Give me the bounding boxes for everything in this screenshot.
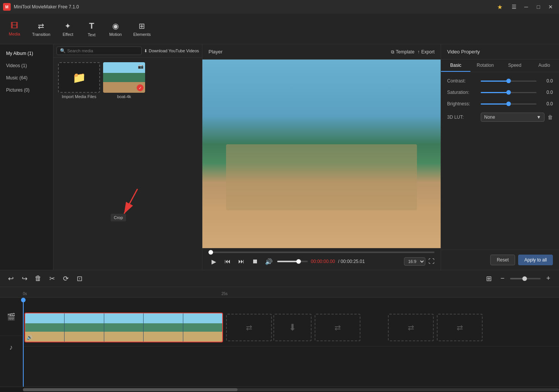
main-area: My Album (1) Videos (1) Music (64) Pictu… [0, 44, 559, 270]
export-btn[interactable]: ↑ Export [417, 49, 435, 55]
tab-basic[interactable]: Basic [441, 60, 470, 72]
zoom-thumb [522, 276, 527, 281]
video-frame [202, 60, 441, 248]
clip-frame-3 [104, 313, 143, 342]
brightness-slider[interactable] [481, 103, 536, 105]
maximize-btn[interactable]: □ [533, 3, 544, 11]
effect-icon: ✦ [65, 21, 71, 31]
swap-icon-4: ⇄ [457, 323, 463, 332]
search-input[interactable] [67, 48, 138, 53]
swap-icon-1: ⇄ [246, 323, 252, 332]
download-youtube-btn[interactable]: ⬇ Download YouTube Videos [144, 48, 199, 53]
time-total: / 00:00:25.01 [338, 259, 365, 264]
close-btn[interactable]: ✕ [545, 3, 556, 11]
saturation-fill [481, 92, 509, 93]
split-btn[interactable]: ✂ [46, 273, 58, 285]
redo-btn[interactable]: ↪ [18, 273, 31, 285]
player-title: Player [208, 49, 223, 55]
import-media-item[interactable]: 📁 Import Media Files [58, 62, 100, 99]
toolbar-text[interactable]: T Text [80, 19, 103, 39]
aspect-ratio-select[interactable]: 16:9 4:3 1:1 9:16 [404, 257, 425, 266]
timeline-zoom-controls: ⊞ − + [483, 273, 554, 285]
crop-btn[interactable]: ⊡ [73, 273, 86, 285]
property-footer: Reset Apply to all [441, 250, 559, 270]
tab-audio[interactable]: Audio [530, 60, 559, 72]
toolbar-media[interactable]: 🎞 Media [3, 19, 26, 39]
timeline-tracks-area: 0s 25s 🎬 ♪ [0, 287, 559, 387]
zoom-slider[interactable] [510, 278, 541, 279]
toolbar-transition[interactable]: ⇄ Transition [27, 19, 56, 39]
titlebar: M MiniTool MovieMaker Free 7.1.0 ★ ☰ ─ □… [0, 0, 559, 14]
transition-download-slot[interactable]: ⬇ [273, 314, 312, 341]
video-clip[interactable]: 🔊 [24, 313, 223, 342]
sidebar-item-videos[interactable]: Videos (1) [2, 60, 52, 71]
contrast-thumb [506, 79, 511, 83]
next-btn[interactable]: ⏭ [236, 256, 247, 267]
brightness-thumb [506, 102, 511, 106]
saturation-thumb [506, 90, 511, 95]
playhead [23, 298, 24, 387]
delete-btn[interactable]: 🗑 [32, 273, 44, 285]
toolbar-motion[interactable]: ◉ Motion [104, 19, 127, 39]
lut-label: 3D LUT: [447, 115, 478, 120]
template-btn[interactable]: ⧉ Template [391, 49, 415, 55]
sidebar-item-music[interactable]: Music (64) [2, 72, 52, 84]
audio-track [23, 347, 559, 369]
menu-btn[interactable]: ☰ [509, 3, 519, 11]
zoom-in-btn[interactable]: + [542, 273, 554, 285]
media-area: 🔍 ⬇ Download YouTube Videos 📁 Import [53, 44, 202, 270]
prev-btn[interactable]: ⏮ [222, 256, 233, 267]
sidebar: My Album (1) Videos (1) Music (64) Pictu… [0, 44, 53, 270]
progress-track[interactable] [208, 252, 435, 253]
window-controls: ☰ ─ □ ✕ [509, 3, 556, 11]
video-media-item[interactable]: 📷 ✓ boat-4k [103, 62, 145, 99]
transition-slot-4[interactable]: ⇄ [437, 314, 483, 341]
transition-slot-3[interactable]: ⇄ [388, 314, 434, 341]
time-current: 00:00:00.00 [311, 259, 335, 264]
chevron-down-icon: ▼ [536, 115, 541, 120]
brightness-track[interactable] [481, 103, 536, 105]
contrast-fill [481, 81, 509, 82]
contrast-slider[interactable] [481, 81, 536, 82]
sidebar-item-pictures[interactable]: Pictures (0) [2, 84, 52, 96]
scrollbar-track [23, 388, 559, 391]
volume-slider[interactable] [277, 261, 308, 262]
contrast-row: Contrast: 0.0 [447, 78, 553, 84]
player-video [202, 60, 441, 248]
search-box[interactable]: 🔍 [57, 47, 142, 55]
sidebar-item-my-album[interactable]: My Album (1) [2, 48, 52, 59]
tab-speed[interactable]: Speed [500, 60, 530, 72]
lut-select[interactable]: None ▼ [481, 113, 544, 122]
storyboard-btn[interactable]: ⊞ [483, 273, 495, 285]
player-toolbar: Player ⧉ Template ↑ Export [202, 44, 441, 60]
stop-btn[interactable]: ⏹ [250, 256, 260, 267]
toolbar-effect[interactable]: ✦ Effect [57, 19, 79, 39]
reset-btn[interactable]: Reset [490, 255, 515, 265]
timeline-toolbar: ↩ ↪ 🗑 ✂ ⟳ ⊡ ⊞ − + [0, 270, 559, 287]
toolbar-elements-label: Elements [133, 32, 151, 37]
toolbar-media-label: Media [9, 32, 20, 36]
tab-rotation[interactable]: Rotation [470, 60, 500, 72]
zoom-out-btn[interactable]: − [496, 273, 509, 285]
minimize-btn[interactable]: ─ [521, 3, 532, 11]
transition-slot-1[interactable]: ⇄ [226, 314, 272, 341]
saturation-slider[interactable] [481, 92, 536, 93]
timeline: ↩ ↪ 🗑 ✂ ⟳ ⊡ ⊞ − + Crop 0s [0, 270, 559, 392]
transition-slot-2[interactable]: ⇄ [315, 314, 360, 341]
timeline-content: 0s 25s 🎬 ♪ [0, 287, 559, 387]
fullscreen-btn[interactable]: ⛶ [428, 258, 435, 265]
contrast-label: Contrast: [447, 78, 478, 84]
saturation-track[interactable] [481, 92, 536, 93]
toolbar-text-label: Text [88, 32, 95, 37]
play-btn[interactable]: ▶ [208, 256, 219, 267]
brightness-label: Brightness: [447, 101, 478, 106]
volume-btn[interactable]: 🔊 [263, 256, 274, 267]
timeline-scrollbar[interactable] [0, 387, 559, 392]
lut-delete-btn[interactable]: 🗑 [548, 114, 553, 120]
contrast-track[interactable] [481, 81, 536, 82]
undo-btn[interactable]: ↩ [5, 273, 17, 285]
toolbar-elements[interactable]: ⊞ Elements [128, 19, 156, 39]
rotate-btn[interactable]: ⟳ [60, 273, 72, 285]
apply-all-btn[interactable]: Apply to all [518, 255, 553, 265]
volume-fill [277, 261, 299, 262]
